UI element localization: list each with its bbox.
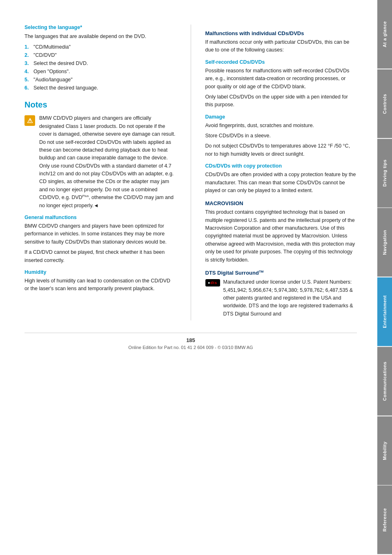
step-5-text: "Audio/language" (33, 76, 73, 84)
dts-logo: ●dts (205, 279, 220, 286)
dts-section: DTS Digital SurroundTM ●dts Manufactured… (205, 270, 357, 320)
step-2-num: 2. (24, 51, 32, 59)
macrovision-text: This product contains copyrighted techno… (205, 208, 357, 264)
sidebar-tab-navigation[interactable]: Navigation (377, 208, 392, 277)
notes-title: Notes (24, 100, 176, 110)
step-2: 2."CD/DVD" (24, 51, 176, 59)
selecting-language-intro: The languages that are available depend … (24, 33, 176, 40)
humidity-section: Humidity High levels of humidity can lea… (24, 269, 176, 293)
sidebar-tab-reference[interactable]: Reference (377, 486, 392, 554)
step-6-text: Select the desired language. (33, 84, 98, 92)
copy-protection-text: CDs/DVDs are often provided with a copy … (205, 171, 357, 195)
damage-para2: Store CDs/DVDs in a sleeve. (205, 132, 357, 140)
selecting-language-steps: 1."CD/Multimedia" 2."CD/DVD" 3.Select th… (24, 43, 176, 92)
step-5: 5."Audio/language" (24, 76, 176, 84)
sidebar-tab-driving-tips[interactable]: Driving tips (377, 139, 392, 208)
step-3-num: 3. (24, 59, 32, 67)
macrovision-title: MACROVISION (205, 200, 357, 206)
general-malfunctions-section: General malfunctions BMW CD/DVD changers… (24, 215, 176, 264)
self-recorded-title: Self-recorded CDs/DVDs (205, 59, 357, 65)
damage-para3: Do not subject CDs/DVDs to temperatures … (205, 142, 357, 158)
general-malfunctions-title: General malfunctions (24, 215, 176, 220)
step-3-text: Select the desired DVD. (33, 59, 88, 67)
selecting-language-section: Selecting the language* The languages th… (24, 25, 176, 92)
malfunctions-section: Malfunctions with individual CDs/DVDs If… (205, 30, 357, 54)
warning-icon: ⚠ (24, 115, 35, 126)
damage-title: Damage (205, 114, 357, 120)
general-malfunctions-para2: If a CD/DVD cannot be played, first chec… (24, 248, 176, 264)
step-3: 3.Select the desired DVD. (24, 59, 176, 67)
dts-text: Manufactured under license under U.S. Pa… (223, 278, 357, 318)
notes-section: Notes ⚠ BMW CD/DVD players and changers … (24, 100, 176, 210)
step-1-text: "CD/Multimedia" (33, 43, 71, 51)
dts-block: ●dts Manufactured under license under U.… (205, 278, 357, 320)
step-6: 6.Select the desired language. (24, 84, 176, 92)
sidebar-tab-controls[interactable]: Controls (377, 69, 392, 138)
selecting-language-title: Selecting the language* (24, 25, 176, 30)
copy-protection-section: CDs/DVDs with copy protection CDs/DVDs a… (205, 163, 357, 195)
step-2-text: "CD/DVD" (33, 51, 57, 59)
sidebar-tab-mobility[interactable]: Mobility (377, 416, 392, 485)
damage-section: Damage Avoid fingerprints, dust, scratch… (205, 114, 357, 159)
right-sidebar: At a glance Controls Driving tips Naviga… (377, 0, 392, 555)
self-recorded-section: Self-recorded CDs/DVDs Possible reasons … (205, 59, 357, 109)
humidity-text: High levels of humidity can lead to cond… (24, 277, 176, 293)
self-recorded-para2: Only label CDs/DVDs on the upper side wi… (205, 93, 357, 109)
right-column: Malfunctions with individual CDs/DVDs If… (205, 25, 357, 320)
step-1-num: 1. (24, 43, 32, 51)
warning-text: BMW CD/DVD players and changers are offi… (39, 114, 176, 210)
step-5-num: 5. (24, 76, 32, 84)
warning-block: ⚠ BMW CD/DVD players and changers are of… (24, 114, 176, 210)
step-4-num: 4. (24, 67, 32, 76)
sidebar-tab-entertainment[interactable]: Entertainment (377, 278, 392, 346)
sidebar-tab-communications[interactable]: Communications (377, 347, 392, 416)
main-content: Selecting the language* The languages th… (0, 0, 377, 555)
footer: 185 Online Edition for Part no. 01 41 2 … (24, 333, 357, 350)
step-1: 1."CD/Multimedia" (24, 43, 176, 51)
step-4-text: Open "Options". (33, 67, 70, 76)
humidity-title: Humidity (24, 269, 176, 275)
step-6-num: 6. (24, 84, 32, 92)
two-column-layout: Selecting the language* The languages th… (24, 25, 357, 320)
left-column: Selecting the language* The languages th… (24, 25, 176, 320)
step-4: 4.Open "Options". (24, 67, 176, 76)
dts-title: DTS Digital SurroundTM (205, 270, 357, 276)
page-number: 185 (24, 337, 357, 343)
footer-copyright: Online Edition for Part no. 01 41 2 604 … (24, 345, 357, 350)
malfunctions-intro: If malfunctions occur only with particul… (205, 38, 357, 54)
copy-protection-title: CDs/DVDs with copy protection (205, 163, 357, 169)
column-divider (191, 25, 191, 320)
sidebar-tab-at-a-glance[interactable]: At a glance (377, 0, 392, 69)
dts-super: TM (259, 270, 264, 273)
page-container: Selecting the language* The languages th… (0, 0, 392, 555)
malfunctions-title: Malfunctions with individual CDs/DVDs (205, 30, 357, 36)
self-recorded-para1: Possible reasons for malfunctions with s… (205, 67, 357, 91)
general-malfunctions-para1: BMW CD/DVD changers and players have bee… (24, 222, 176, 246)
macrovision-section: MACROVISION This product contains copyri… (205, 200, 357, 264)
damage-para1: Avoid fingerprints, dust, scratches and … (205, 122, 357, 130)
